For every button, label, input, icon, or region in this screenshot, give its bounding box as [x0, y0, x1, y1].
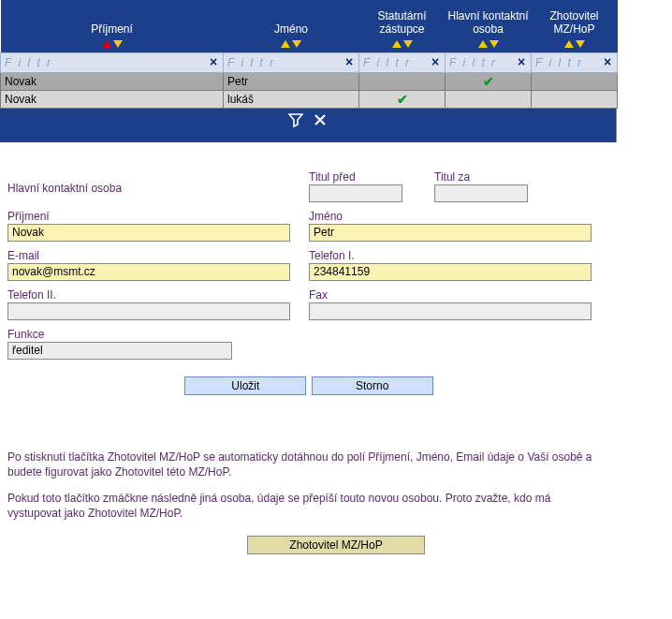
info-paragraph-1: Po stisknutí tlačítka Zhotovitel MZ/HoP … [7, 450, 602, 479]
sort-asc-icon [392, 40, 402, 48]
prijmeni-field[interactable] [7, 224, 290, 242]
filter-cell-zhot[interactable]: F i l t r × [532, 52, 618, 72]
sort-asc-active-icon [102, 40, 111, 48]
funnel-icon[interactable] [288, 112, 303, 127]
filter-cell-hko[interactable]: F i l t r × [446, 52, 532, 72]
table-row[interactable]: Novak Petr ✔ [1, 72, 618, 90]
clear-filter-icon[interactable]: × [428, 54, 443, 69]
cell-zhot [532, 72, 618, 90]
cell-jmeno: Petr [224, 72, 359, 90]
col-header-statutarni[interactable]: Statutární zástupce [359, 0, 446, 52]
sort-desc-icon [113, 40, 123, 48]
clear-all-icon[interactable] [313, 112, 328, 127]
col-header-hko[interactable]: Hlavní kontaktní osoba [446, 0, 532, 52]
label-titul-za: Titul za [434, 170, 547, 184]
clear-filter-icon[interactable]: × [342, 54, 357, 69]
filter-cell-stat[interactable]: F i l t r × [359, 52, 446, 72]
table-row[interactable]: Novak lukáš ✔ [1, 90, 618, 108]
tel1-field[interactable] [309, 263, 592, 281]
save-button[interactable]: Uložit [184, 376, 306, 395]
label-funkce: Funkce [7, 328, 213, 341]
grid-toolbar [0, 109, 616, 142]
sort-desc-icon [576, 40, 585, 48]
section-title: Hlavní kontaktní osoba [7, 182, 290, 195]
clear-filter-icon[interactable]: × [514, 54, 529, 69]
label-fax: Fax [309, 288, 592, 302]
funkce-field[interactable] [7, 342, 232, 360]
cell-hko [446, 90, 532, 108]
cell-zhot [532, 90, 618, 108]
sort-desc-icon [489, 40, 499, 48]
titul-za-field[interactable] [434, 184, 528, 202]
fax-field[interactable] [309, 302, 592, 320]
cell-stat: ✔ [359, 90, 446, 108]
cell-jmeno: lukáš [224, 90, 359, 108]
col-header-zhotovitel[interactable]: Zhotovitel MZ/HoP [532, 0, 618, 52]
jmeno-field[interactable] [309, 224, 592, 242]
cell-hko: ✔ [446, 72, 532, 90]
label-tel2: Telefon II. [7, 288, 290, 302]
checkmark-icon: ✔ [449, 74, 527, 89]
titul-pred-field[interactable] [309, 184, 402, 202]
col-header-prijmeni[interactable]: Příjmení [1, 0, 224, 52]
sort-icons[interactable] [447, 37, 530, 51]
sort-asc-icon [281, 40, 290, 48]
cancel-button[interactable]: Storno [312, 376, 433, 395]
label-prijmeni: Příjmení [7, 210, 290, 223]
label-tel1: Telefon I. [309, 249, 592, 262]
sort-desc-icon [292, 40, 301, 48]
tel2-field[interactable] [7, 302, 290, 320]
cell-prijmeni: Novak [1, 72, 224, 90]
label-titul-pred: Titul před [309, 170, 421, 184]
info-paragraph-2: Pokud toto tlačítko zmáčkne následně jin… [7, 491, 602, 521]
sort-icons[interactable] [533, 37, 616, 51]
clear-filter-icon[interactable]: × [206, 54, 221, 69]
checkmark-icon: ✔ [363, 92, 441, 107]
cell-prijmeni: Novak [1, 90, 224, 108]
sort-desc-icon [403, 40, 413, 48]
sort-icons[interactable] [226, 37, 358, 51]
label-email: E-mail [7, 249, 290, 262]
clear-filter-icon[interactable]: × [600, 54, 615, 69]
filter-cell-jmeno[interactable]: F i l t r × [224, 52, 359, 72]
sort-asc-icon [564, 40, 574, 48]
zhotovitel-button[interactable]: Zhotovitel MZ/HoP [247, 536, 425, 554]
sort-asc-icon [478, 40, 488, 48]
info-text: Po stisknutí tlačítka Zhotovitel MZ/HoP … [7, 450, 602, 522]
filter-cell-prijmeni[interactable]: F i l t r × [1, 52, 224, 72]
sort-icons[interactable] [3, 37, 222, 51]
col-header-jmeno[interactable]: Jméno [224, 0, 359, 52]
cell-stat [359, 72, 446, 90]
sort-icons[interactable] [361, 37, 444, 51]
email-field[interactable] [7, 263, 290, 281]
label-jmeno: Jméno [309, 210, 592, 223]
